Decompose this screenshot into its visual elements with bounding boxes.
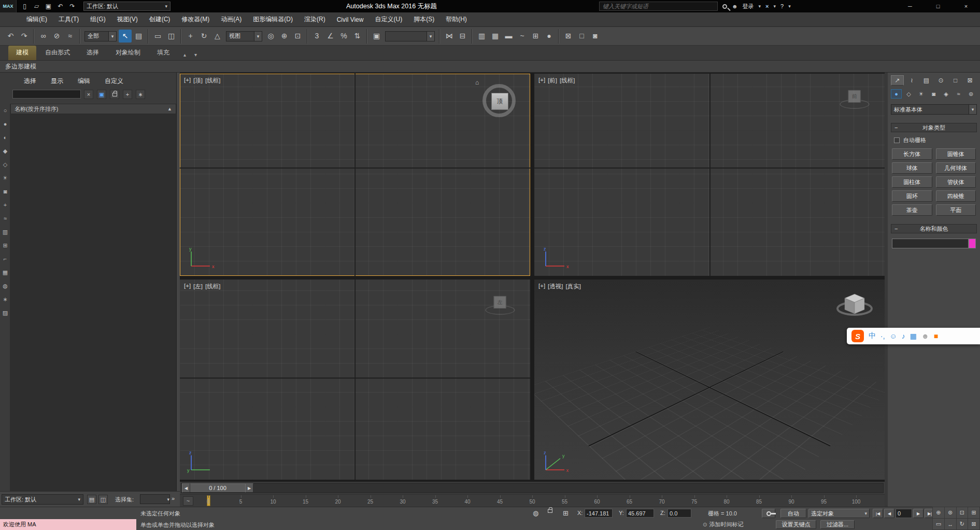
- viewcube[interactable]: 左: [482, 290, 518, 326]
- unlink-selection-icon[interactable]: ⊘: [50, 30, 63, 43]
- ime-keyboard-icon[interactable]: ▦: [910, 332, 917, 340]
- explorer-menu-3[interactable]: 自定义: [105, 77, 123, 86]
- viewcube-face[interactable]: 前: [848, 90, 861, 103]
- select-object-icon[interactable]: ↖: [119, 30, 132, 43]
- viewport-shading-menu[interactable]: [线框]: [205, 283, 220, 290]
- ime-punctuation-icon[interactable]: ·,: [880, 332, 885, 340]
- hierarchy-tab-icon[interactable]: ▤: [920, 75, 933, 86]
- menu-item-3[interactable]: 视图(V): [111, 13, 144, 26]
- zoom-all-icon[interactable]: ⊛: [945, 507, 956, 518]
- go-to-start-button[interactable]: |◀: [873, 509, 883, 518]
- autogrid-checkbox[interactable]: [894, 137, 900, 143]
- object-button-2[interactable]: 球体: [892, 162, 932, 174]
- explorer-search-input[interactable]: [12, 90, 81, 99]
- key-filters-button[interactable]: 过滤器...: [820, 520, 855, 529]
- menu-item-10[interactable]: 自定义(U): [369, 13, 408, 26]
- selection-set-dropdown[interactable]: ▾: [140, 494, 170, 504]
- current-frame-field[interactable]: [896, 509, 912, 518]
- viewport-top[interactable]: [+][顶][线框]顶⌂xy: [180, 74, 530, 276]
- maxscript-mini-listener[interactable]: 欢迎使用 MA: [0, 519, 136, 530]
- ribbon-tab-3[interactable]: 对象绘制: [108, 46, 148, 60]
- configure-columns-icon[interactable]: ∗: [136, 90, 145, 99]
- ribbon-tab-0[interactable]: 建模: [8, 46, 36, 60]
- workspace-dropdown[interactable]: 工作区: 默认 ▾: [83, 2, 171, 11]
- display-lights-icon[interactable]: ☀: [0, 171, 10, 185]
- spinner-snap-toggle-icon[interactable]: ⇅: [351, 30, 364, 43]
- name-and-color-rollout[interactable]: − 名称和颜色: [891, 224, 977, 233]
- display-cameras-icon[interactable]: ◙: [0, 185, 10, 198]
- display-helpers-icon[interactable]: +: [0, 198, 10, 212]
- sign-in-label[interactable]: 登录: [743, 3, 754, 10]
- ribbon-tab-4[interactable]: 填充: [149, 46, 177, 60]
- display-materials-icon[interactable]: ◍: [0, 279, 10, 292]
- display-shapes-icon[interactable]: ◇: [0, 158, 10, 171]
- menu-item-0[interactable]: 编辑(E): [21, 13, 53, 26]
- time-slider-handle[interactable]: ◀ 0 / 100 ▶: [182, 483, 253, 493]
- chevron-down-icon[interactable]: ▾: [788, 4, 791, 9]
- bind-to-space-warp-icon[interactable]: ≈: [64, 30, 77, 43]
- object-type-rollout[interactable]: − 对象类型: [891, 123, 977, 132]
- viewport-general-menu[interactable]: [+]: [184, 77, 191, 85]
- selection-filter-dropdown[interactable]: 全部▾: [84, 31, 117, 41]
- x-coordinate-field[interactable]: -147.181: [585, 509, 613, 518]
- explorer-column-header[interactable]: 名称(按升序排序) ▲: [10, 104, 176, 114]
- shapes-category-icon[interactable]: ◇: [903, 89, 914, 99]
- play-animation-button[interactable]: ▶: [913, 509, 924, 518]
- ime-emoji-icon[interactable]: ☺: [890, 332, 897, 340]
- rendered-frame-window-icon[interactable]: □: [575, 30, 588, 43]
- menu-item-8[interactable]: 渲染(R): [299, 13, 331, 26]
- display-hidden-icon[interactable]: ▨: [0, 306, 10, 319]
- object-button-9[interactable]: 平面: [936, 204, 976, 216]
- menu-item-2[interactable]: 组(G): [84, 13, 111, 26]
- mirror-icon[interactable]: ⋈: [443, 30, 456, 43]
- display-space-warps-icon[interactable]: ≈: [0, 212, 10, 225]
- viewport-pov-menu[interactable]: [左]: [193, 283, 203, 290]
- auto-key-button[interactable]: 自动: [780, 509, 806, 518]
- select-and-uniform-scale-icon[interactable]: △: [211, 30, 224, 43]
- polygon-modeling-panel[interactable]: 多边形建模: [5, 62, 36, 71]
- display-groups-icon[interactable]: ▥: [0, 225, 10, 239]
- viewcube[interactable]: [833, 286, 876, 329]
- helpers-category-icon[interactable]: ◈: [941, 89, 951, 99]
- object-button-5[interactable]: 管状体: [936, 176, 976, 188]
- z-coordinate-field[interactable]: 0.0: [667, 509, 691, 518]
- track-bar[interactable]: ~ 05101520253035404550556065707580859095…: [180, 494, 885, 507]
- object-button-3[interactable]: 几何球体: [936, 162, 976, 174]
- maximize-viewport-toggle-icon[interactable]: ⊠: [968, 519, 979, 529]
- select-and-manipulate-icon[interactable]: ⊕: [278, 30, 291, 43]
- rectangular-selection-region-icon[interactable]: ▭: [151, 30, 164, 43]
- mini-curve-editor-button[interactable]: ~: [183, 496, 193, 506]
- cameras-category-icon[interactable]: ◙: [928, 89, 939, 99]
- viewcube-face[interactable]: 顶: [491, 93, 508, 110]
- key-subset-dropdown[interactable]: 选定对象▾: [808, 509, 870, 518]
- absolute-mode-transform-icon[interactable]: ⊞: [563, 509, 569, 517]
- object-button-7[interactable]: 四棱锥: [936, 190, 976, 202]
- object-button-4[interactable]: 圆柱体: [892, 176, 932, 188]
- ribbon-minimize-icon[interactable]: ▴: [181, 49, 188, 60]
- display-geometry-icon[interactable]: ◆: [0, 144, 10, 158]
- schematic-view-icon[interactable]: ⊞: [529, 30, 542, 43]
- curve-editor-icon[interactable]: ~: [516, 30, 529, 43]
- orbit-viewport-icon[interactable]: ↻: [957, 519, 968, 529]
- toggle-ribbon-icon[interactable]: ▬: [502, 30, 515, 43]
- display-bones-icon[interactable]: ⌐: [0, 252, 10, 266]
- lock-explorer-icon[interactable]: [110, 90, 119, 99]
- explorer-menu-2[interactable]: 编辑: [78, 77, 90, 86]
- select-and-link-icon[interactable]: ∞: [37, 30, 50, 43]
- modify-tab-icon[interactable]: ≀: [905, 75, 918, 86]
- set-keys-button[interactable]: 设置关键点: [776, 520, 816, 529]
- selection-lock-toggle-icon[interactable]: [548, 509, 552, 513]
- application-menu-button[interactable]: MAX: [0, 0, 17, 12]
- angle-snap-toggle-icon[interactable]: ∠: [324, 30, 337, 43]
- display-all-icon[interactable]: ●: [0, 117, 10, 131]
- render-production-icon[interactable]: ◙: [589, 30, 602, 43]
- ime-voice-icon[interactable]: ♪: [902, 332, 905, 340]
- menu-item-1[interactable]: 工具(T): [53, 13, 84, 26]
- maximize-button[interactable]: □: [924, 0, 952, 12]
- named-selection-sets-dropdown[interactable]: ▾: [385, 31, 435, 41]
- ime-language-icon[interactable]: 中: [869, 331, 876, 341]
- ime-skin-icon[interactable]: ■: [934, 332, 938, 340]
- more-tools-chevron-icon[interactable]: »: [172, 495, 175, 501]
- explorer-menu-1[interactable]: 显示: [51, 77, 63, 86]
- select-and-rotate-icon[interactable]: ↻: [197, 30, 210, 43]
